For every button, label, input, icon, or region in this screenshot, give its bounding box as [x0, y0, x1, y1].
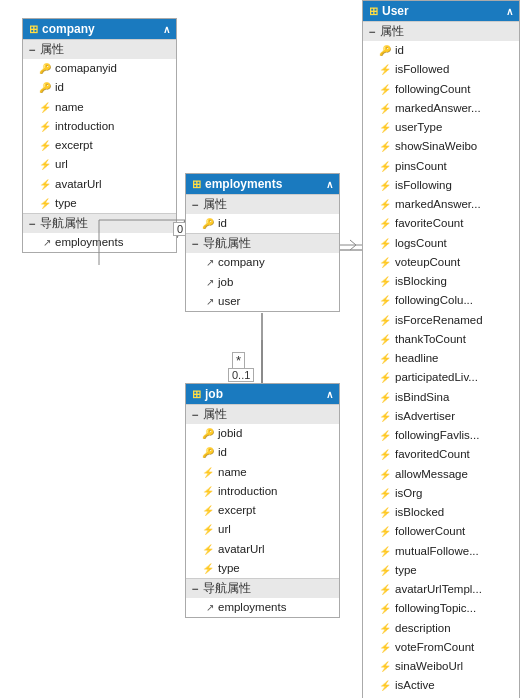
user-field-followingCount: ⚡ followingCount [363, 80, 519, 99]
user-field-avatarUrlTempl: ⚡ avatarUrlTempl... [363, 580, 519, 599]
entity-employments-header[interactable]: ⊞ employments ∧ [186, 174, 339, 194]
user-field-isAdvertiser: ⚡ isAdvertiser [363, 407, 519, 426]
field-icon: ⚡ [379, 428, 391, 443]
field-icon: ⚡ [379, 197, 391, 212]
field-icon: ⚡ [379, 447, 391, 462]
employments-db-icon: ⊞ [192, 178, 201, 191]
user-field-favoriteCount: ⚡ favoriteCount [363, 214, 519, 233]
field-icon: ⚡ [39, 177, 51, 192]
canvas: ⊞ company ∧ − 属性 🔑 comapanyid 🔑 id ⚡ nam… [0, 0, 520, 698]
field-icon: ⚡ [379, 409, 391, 424]
employments-nav-company: ↗ company [186, 253, 339, 272]
job-field-type: ⚡ type [186, 559, 339, 578]
job-field-avatarUrl: ⚡ avatarUrl [186, 540, 339, 559]
employments-nav-job: ↗ job [186, 273, 339, 292]
field-icon: ⚡ [379, 216, 391, 231]
field-icon: ⚡ [379, 524, 391, 539]
user-field-thankToCount: ⚡ thankToCount [363, 330, 519, 349]
user-field-followingColu: ⚡ followingColu... [363, 291, 519, 310]
svg-line-9 [350, 245, 356, 250]
key-icon: 🔑 [379, 43, 391, 58]
user-field-voteupCount: ⚡ voteupCount [363, 253, 519, 272]
field-icon: ⚡ [379, 139, 391, 154]
user-field-showSinaWeibo: ⚡ showSinaWeibo [363, 137, 519, 156]
company-nav-employments: ↗ employments [23, 233, 176, 252]
company-caret[interactable]: ∧ [163, 24, 170, 35]
field-icon: ⚡ [39, 196, 51, 211]
user-field-pinsCount: ⚡ pinsCount [363, 157, 519, 176]
employments-field-id: 🔑 id [186, 214, 339, 233]
field-icon: ⚡ [379, 544, 391, 559]
entity-employments: ⊞ employments ∧ − 属性 🔑 id − 导航属性 ↗ compa… [185, 173, 340, 312]
entity-company: ⊞ company ∧ − 属性 🔑 comapanyid 🔑 id ⚡ nam… [22, 18, 177, 253]
entity-job-header[interactable]: ⊞ job ∧ [186, 384, 339, 404]
user-field-voteFromCount: ⚡ voteFromCount [363, 638, 519, 657]
user-field-participatedLiv: ⚡ participatedLiv... [363, 368, 519, 387]
nav-icon: ↗ [206, 600, 214, 615]
employments-caret[interactable]: ∧ [326, 179, 333, 190]
user-field-logsCount: ⚡ logsCount [363, 234, 519, 253]
user-field-type: ⚡ type [363, 561, 519, 580]
key-icon: 🔑 [202, 426, 214, 441]
nav-icon: ↗ [43, 235, 51, 250]
job-nav-employments: ↗ employments [186, 598, 339, 617]
company-db-icon: ⊞ [29, 23, 38, 36]
field-icon: ⚡ [379, 178, 391, 193]
entity-user: ⊞ User ∧ − 属性 🔑 id ⚡ isFollowed ⚡ follow… [362, 0, 520, 698]
field-icon: ⚡ [379, 274, 391, 289]
job-attr-section: − 属性 [186, 404, 339, 424]
user-field-allowMessage: ⚡ allowMessage [363, 465, 519, 484]
user-field-id: 🔑 id [363, 41, 519, 60]
user-title: User [382, 4, 409, 18]
field-icon: ⚡ [202, 522, 214, 537]
field-icon: ⚡ [379, 486, 391, 501]
company-field-type: ⚡ type [23, 194, 176, 213]
field-icon: ⚡ [202, 465, 214, 480]
company-nav-section: − 导航属性 [23, 213, 176, 233]
field-icon: ⚡ [379, 236, 391, 251]
user-field-sinaWeiboUrl: ⚡ sinaWeiboUrl [363, 657, 519, 676]
user-db-icon: ⊞ [369, 5, 378, 18]
field-icon: ⚡ [379, 159, 391, 174]
field-icon: ⚡ [379, 582, 391, 597]
field-icon: ⚡ [39, 138, 51, 153]
job-field-jobid: 🔑 jobid [186, 424, 339, 443]
user-caret[interactable]: ∧ [506, 6, 513, 17]
key-icon: 🔑 [39, 80, 51, 95]
user-field-isForceRenamed: ⚡ isForceRenamed [363, 311, 519, 330]
user-field-markedAnswer1: ⚡ markedAnswer... [363, 99, 519, 118]
company-field-avatarUrl: ⚡ avatarUrl [23, 175, 176, 194]
field-icon: ⚡ [379, 255, 391, 270]
badge-0dot1: 0..1 [228, 368, 254, 382]
key-icon: 🔑 [39, 61, 51, 76]
entity-company-header[interactable]: ⊞ company ∧ [23, 19, 176, 39]
field-icon: ⚡ [202, 561, 214, 576]
field-icon: ⚡ [379, 62, 391, 77]
entity-user-header[interactable]: ⊞ User ∧ [363, 1, 519, 21]
job-title: job [205, 387, 223, 401]
field-icon: ⚡ [39, 100, 51, 115]
user-field-isBlocked: ⚡ isBlocked [363, 503, 519, 522]
field-icon: ⚡ [379, 390, 391, 405]
user-field-mutualFollowe: ⚡ mutualFollowe... [363, 542, 519, 561]
company-title: company [42, 22, 95, 36]
user-attr-section: − 属性 [363, 21, 519, 41]
job-nav-section: − 导航属性 [186, 578, 339, 598]
field-icon: ⚡ [39, 157, 51, 172]
nav-icon: ↗ [206, 294, 214, 309]
field-icon: ⚡ [379, 505, 391, 520]
field-icon: ⚡ [379, 601, 391, 616]
field-icon: ⚡ [379, 351, 391, 366]
company-field-introduction: ⚡ introduction [23, 117, 176, 136]
user-field-userType: ⚡ userType [363, 118, 519, 137]
user-field-headline: ⚡ headline [363, 349, 519, 368]
job-caret[interactable]: ∧ [326, 389, 333, 400]
field-icon: ⚡ [379, 621, 391, 636]
field-icon: ⚡ [202, 503, 214, 518]
user-field-followingFavlis: ⚡ followingFavlis... [363, 426, 519, 445]
entity-job: ⊞ job ∧ − 属性 🔑 jobid 🔑 id ⚡ name ⚡ intro… [185, 383, 340, 618]
field-icon: ⚡ [379, 293, 391, 308]
employments-attr-section: − 属性 [186, 194, 339, 214]
job-field-url: ⚡ url [186, 520, 339, 539]
field-icon: ⚡ [379, 101, 391, 116]
